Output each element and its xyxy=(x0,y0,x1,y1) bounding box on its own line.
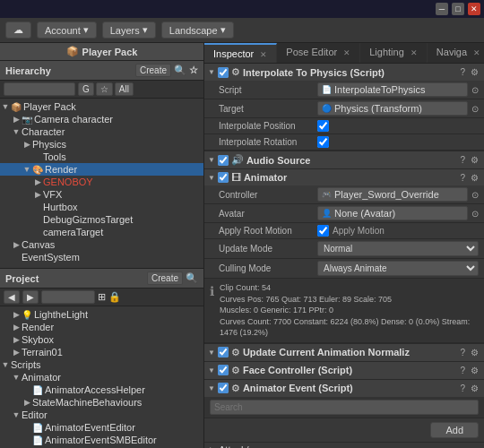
audio-header[interactable]: ▼ 🔊 Audio Source ? ⚙ xyxy=(204,151,484,168)
update-norm-help-btn[interactable]: ? xyxy=(458,348,467,358)
maximize-button[interactable]: □ xyxy=(452,3,464,15)
face-help-btn[interactable]: ? xyxy=(458,366,467,375)
tree-item-skybox[interactable]: ▶ Skybox xyxy=(0,333,203,346)
tree-item-lighthelight[interactable]: ▶ 💡 LightheLight xyxy=(0,308,203,321)
audio-component: ▼ 🔊 Audio Source ? ⚙ xyxy=(204,151,484,169)
tree-item-character[interactable]: ▼ Character xyxy=(0,125,203,138)
tree-item-camera-character[interactable]: ▶ 📷 Camera character xyxy=(0,113,203,125)
tree-item-animator-event-editor[interactable]: 📄 AnimatorEventEditor xyxy=(0,421,203,434)
minimize-button[interactable]: ─ xyxy=(436,3,448,15)
tab-naviga[interactable]: Naviga ✕ xyxy=(428,43,484,63)
tree-label: DebugGizmosTarget xyxy=(43,214,203,225)
animator-event-header[interactable]: ▼ ⚙ Animator Event (Script) ? ⚙ xyxy=(204,380,484,397)
close-button[interactable]: ✕ xyxy=(468,3,480,15)
tree-item-debug-gizmos[interactable]: DebugGizmosTarget xyxy=(0,213,203,226)
hierarchy-search-bar: G ☆ All xyxy=(0,81,203,99)
apply-root-motion-checkbox[interactable] xyxy=(317,225,329,237)
interpolate-checkbox[interactable] xyxy=(218,67,229,78)
tab-pose-close[interactable]: ✕ xyxy=(343,48,350,57)
comp-settings-btn[interactable]: ⚙ xyxy=(469,67,480,77)
hierarchy-search-star-tag[interactable]: ☆ xyxy=(96,82,113,96)
cloud-button[interactable]: ☁ xyxy=(5,22,31,39)
tab-pose-editor[interactable]: Pose Editor ✕ xyxy=(277,43,360,63)
face-controller-header[interactable]: ▼ ⚙ Face Controller (Script) ? ⚙ xyxy=(204,362,484,379)
anim-event-search-input[interactable] xyxy=(210,400,479,415)
anim-event-settings-btn[interactable]: ⚙ xyxy=(469,383,480,393)
tab-lighting-close[interactable]: ✕ xyxy=(411,48,418,57)
landscape-label: Landscape xyxy=(169,25,218,36)
tab-naviga-close[interactable]: ✕ xyxy=(473,48,480,57)
update-norm-settings-btn[interactable]: ⚙ xyxy=(469,348,480,358)
target-pick-btn[interactable]: ⊙ xyxy=(471,104,479,114)
tree-item-canvas[interactable]: ▶ Canvas xyxy=(0,238,203,251)
avatar-pick-btn[interactable]: ⊙ xyxy=(471,209,479,219)
audio-checkbox[interactable] xyxy=(218,155,229,166)
tree-item-scripts[interactable]: ▼ Scripts xyxy=(0,358,203,371)
face-settings-btn[interactable]: ⚙ xyxy=(469,366,480,375)
tree-item-vfx[interactable]: ▶ VFX xyxy=(0,188,203,201)
cloud-icon: ☁ xyxy=(13,24,23,36)
landscape-button[interactable]: Landscape ▾ xyxy=(161,22,234,39)
hierarchy-search-input[interactable] xyxy=(4,82,75,96)
hierarchy-search-all-tag[interactable]: All xyxy=(115,82,134,96)
script-pick-btn[interactable]: ⊙ xyxy=(471,85,479,95)
interpolate-pos-row: Interpolate Position xyxy=(204,118,484,134)
hierarchy-create-button[interactable]: Create xyxy=(135,64,171,77)
comp-help-btn[interactable]: ? xyxy=(458,67,467,77)
tree-item-physics[interactable]: ▶ Physics xyxy=(0,138,203,151)
tree-item-camera-target[interactable]: cameraTarget xyxy=(0,226,203,238)
avatar-ref-label: None (Avatar) xyxy=(334,208,395,219)
animation-list: ▶ Attack/ ▶ Busy State/ ▶ FaceTowards/ ▶… xyxy=(204,443,484,448)
interpolate-rot-checkbox[interactable] xyxy=(317,136,329,148)
tab-inspector[interactable]: Inspector ✕ xyxy=(204,43,277,63)
right-panel: Inspector ✕ Pose Editor ✕ Lighting ✕ Nav… xyxy=(204,43,484,448)
tree-item-terrain01[interactable]: ▶ Terrain01 xyxy=(0,346,203,358)
tree-item-render[interactable]: ▼ 🎨 Render xyxy=(0,163,203,176)
culling-mode-select[interactable]: Always Animate Cull Update Transforms Cu… xyxy=(317,261,479,276)
interpolate-pos-checkbox[interactable] xyxy=(317,120,329,132)
tree-item-render-proj[interactable]: ▶ Render xyxy=(0,321,203,333)
inspector-content: ▼ ⚙ Interpolate To Physics (Script) ? ⚙ … xyxy=(204,64,484,448)
tree-item-editor[interactable]: ▼ Editor xyxy=(0,409,203,421)
project-section: Project Create 🔍 ◀ ▶ ⊞ 🔒 ▶ 💡 Li xyxy=(0,269,203,448)
tree-item-event-system[interactable]: EventSystem xyxy=(0,251,203,263)
animator-checkbox[interactable] xyxy=(218,172,229,183)
tree-label: LightheLight xyxy=(34,309,203,320)
tree-item-animator-scripts[interactable]: ▼ Animator xyxy=(0,371,203,383)
target-value: 🔵 Physics (Transform) ⊙ xyxy=(317,101,479,116)
update-mode-row: Update Mode Normal Animate Physics Unsca… xyxy=(204,239,484,259)
anim-event-help-btn[interactable]: ? xyxy=(458,383,467,393)
project-back-button[interactable]: ◀ xyxy=(4,290,20,304)
animator-settings-btn[interactable]: ⚙ xyxy=(469,173,480,183)
tab-inspector-close[interactable]: ✕ xyxy=(260,50,267,59)
animator-header[interactable]: ▼ 🎞 Animator ? ⚙ xyxy=(204,169,484,185)
tree-item-genoboy[interactable]: ▶ GENOBOY xyxy=(0,176,203,188)
tree-item-hurtbox[interactable]: Hurtbox xyxy=(0,201,203,213)
account-button[interactable]: Account ▾ xyxy=(37,22,97,39)
hierarchy-search-g-tag[interactable]: G xyxy=(78,82,94,96)
tree-item-state-machine[interactable]: ▶ StateMachineBehaviours xyxy=(0,396,203,409)
tree-item-animator-access[interactable]: 📄 AnimatorAccessHelper xyxy=(0,383,203,396)
face-checkbox[interactable] xyxy=(218,365,229,375)
update-norm-header[interactable]: ▼ ⚙ Update Current Animation Normaliz ? … xyxy=(204,344,484,361)
layers-button[interactable]: Layers ▾ xyxy=(102,22,156,39)
animator-help-btn[interactable]: ? xyxy=(458,173,467,183)
update-mode-select[interactable]: Normal Animate Physics Unscaled Time xyxy=(317,241,479,256)
add-button[interactable]: Add xyxy=(430,422,479,438)
update-norm-checkbox[interactable] xyxy=(218,347,229,358)
title-bar: ─ □ ✕ xyxy=(0,0,484,18)
anim-event-checkbox[interactable] xyxy=(218,383,229,393)
interpolate-header[interactable]: ▼ ⚙ Interpolate To Physics (Script) ? ⚙ xyxy=(204,64,484,81)
controller-pick-btn[interactable]: ⊙ xyxy=(471,190,479,200)
tree-item-animator-event-smb[interactable]: 📄 AnimatorEventSMBEditor xyxy=(0,434,203,446)
project-search-input[interactable] xyxy=(41,290,95,304)
tree-item-tools[interactable]: Tools xyxy=(0,151,203,163)
anim-item-attack[interactable]: ▶ Attack/ xyxy=(204,443,484,448)
project-forward-button[interactable]: ▶ xyxy=(22,290,39,304)
audio-help-btn[interactable]: ? xyxy=(458,155,467,165)
tree-item-player-pack[interactable]: ▼ 📦 Player Pack xyxy=(0,100,203,113)
tab-lighting[interactable]: Lighting ✕ xyxy=(360,43,428,63)
project-create-button[interactable]: Create xyxy=(147,271,183,285)
layers-label: Layers xyxy=(110,25,140,36)
audio-settings-btn[interactable]: ⚙ xyxy=(469,155,480,165)
